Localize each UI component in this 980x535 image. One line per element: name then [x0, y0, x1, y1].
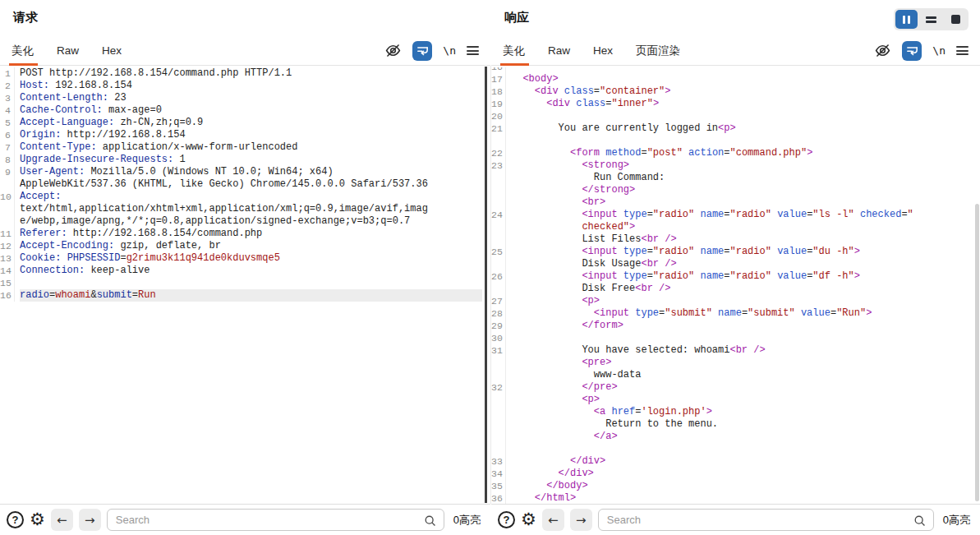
code-row: 22 <form method="post" action="command.p…	[491, 147, 980, 159]
code-line-text: Cookie: PHPSESSID=g2rimu3k11q941de0kduvs…	[20, 252, 482, 265]
soft-wrap-icon[interactable]	[412, 41, 432, 61]
newline-icon[interactable]: \n	[443, 44, 456, 57]
code-line-text: e/webp,image/apng,*/*;q=0.8,application/…	[20, 215, 482, 228]
code-line-text: <input type="radio" name="radio" value="…	[511, 209, 972, 221]
response-search-input[interactable]	[599, 510, 933, 530]
code-row: 16radio=whoami&submit=Run	[0, 289, 490, 302]
response-highlight-count: 0高亮	[943, 513, 970, 528]
code-line-text: <pre>	[511, 357, 972, 369]
line-number	[491, 221, 506, 233]
line-number: 24	[491, 209, 506, 221]
list-view-button[interactable]	[920, 10, 942, 29]
code-line-text: Origin: http://192.168.8.154	[20, 129, 482, 141]
menu-icon[interactable]	[956, 44, 968, 58]
line-number	[491, 258, 506, 270]
line-number: 21	[491, 122, 506, 135]
code-line-text	[511, 135, 972, 147]
tab-Raw[interactable]: Raw	[548, 36, 570, 65]
http-debugger-window: 请求 美化RawHex \n	[0, 0, 980, 535]
help-icon[interactable]: ?	[7, 511, 24, 528]
tab-Hex[interactable]: Hex	[593, 36, 613, 65]
line-number: 14	[0, 265, 15, 277]
response-code-editor[interactable]: 1617 <body>18 <div class="container">19 …	[491, 66, 980, 504]
tab-Raw[interactable]: Raw	[57, 36, 79, 65]
code-line-text	[511, 443, 972, 455]
line-number	[491, 172, 506, 184]
code-row: 24 <input type="radio" name="radio" valu…	[491, 209, 980, 221]
line-number	[491, 184, 506, 196]
tab-Hex[interactable]: Hex	[102, 36, 122, 65]
prev-match-button[interactable]: ←	[542, 509, 564, 531]
tab-美化[interactable]: 美化	[12, 36, 34, 65]
stop-icon	[951, 15, 960, 24]
pause-icon	[903, 16, 910, 24]
line-number: 36	[491, 492, 506, 504]
code-line-text: </body>	[511, 480, 972, 492]
tab-美化[interactable]: 美化	[503, 36, 525, 65]
soft-wrap-icon[interactable]	[902, 41, 922, 61]
code-row: e/webp,image/apng,*/*;q=0.8,application/…	[0, 215, 490, 228]
code-row: List Files<br />	[491, 233, 980, 246]
code-row: 17 <body>	[491, 73, 980, 85]
code-line-text: User-Agent: Mozilla/5.0 (Windows NT 10.0…	[20, 166, 482, 178]
newline-icon[interactable]: \n	[932, 44, 945, 57]
help-icon[interactable]: ?	[498, 511, 515, 528]
tab-页面渲染[interactable]: 页面渲染	[636, 36, 680, 65]
line-number	[0, 215, 15, 228]
code-row	[491, 135, 980, 147]
gear-icon[interactable]: ⚙	[521, 511, 536, 528]
stop-button[interactable]	[945, 10, 967, 29]
request-panel: 请求 美化RawHex \n	[0, 0, 490, 535]
code-row: 11Referer: http://192.168.8.154/command.…	[0, 228, 490, 240]
pause-button[interactable]	[895, 10, 918, 29]
code-row: 1POST http://192.168.8.154/command.php H…	[0, 67, 490, 80]
code-line-text: www-data	[511, 369, 972, 381]
hide-eye-icon[interactable]	[874, 42, 891, 59]
code-line-text: Disk Usage<br />	[511, 258, 972, 270]
request-scrollbar-thumb[interactable]	[485, 67, 487, 503]
next-match-button[interactable]: →	[79, 509, 101, 531]
code-row: 25 <input type="radio" name="radio" valu…	[491, 246, 980, 258]
prev-match-button[interactable]: ←	[51, 509, 73, 531]
request-panel-title: 请求	[13, 8, 38, 25]
code-line-text: </strong>	[511, 184, 972, 196]
menu-icon[interactable]	[467, 44, 479, 58]
next-match-button[interactable]: →	[570, 509, 592, 531]
code-line-text: Disk Free<br />	[511, 283, 972, 295]
gear-icon[interactable]: ⚙	[30, 511, 45, 528]
code-row: <p>	[491, 394, 980, 406]
code-line-text: </a>	[511, 431, 972, 443]
code-row: www-data	[491, 369, 980, 381]
code-row: 18 <div class="container">	[491, 85, 980, 98]
request-search-input[interactable]	[108, 510, 444, 530]
code-row: <pre>	[491, 357, 980, 369]
code-line-text: <p>	[511, 394, 972, 406]
request-tabs: 美化RawHex	[12, 36, 122, 65]
response-scrollbar-thumb[interactable]	[975, 204, 979, 501]
response-panel-header: 响应	[491, 0, 980, 36]
line-number	[491, 443, 506, 455]
list-icon	[926, 15, 936, 25]
response-tabbar: 美化RawHex页面渲染 \n	[491, 36, 980, 66]
line-number: 11	[0, 228, 15, 240]
code-line-text: Accept:	[20, 191, 482, 203]
code-line-text: <div class="container">	[511, 85, 972, 98]
code-line-text: <input type="radio" name="radio" value="…	[511, 246, 972, 258]
code-row: Disk Free<br />	[491, 283, 980, 295]
search-icon	[913, 514, 927, 531]
hide-eye-icon[interactable]	[384, 42, 402, 59]
response-statusbar: ? ⚙ ← → 0高亮	[491, 504, 980, 535]
code-line-text: <br>	[511, 196, 972, 209]
request-code-editor[interactable]: 1POST http://192.168.8.154/command.php H…	[0, 66, 490, 504]
code-row: 30	[491, 332, 980, 344]
code-line-text: Run Command:	[511, 172, 972, 184]
code-row: text/html,application/xhtml+xml,applicat…	[0, 203, 490, 215]
response-tabs: 美化RawHex页面渲染	[503, 36, 680, 65]
line-number: 1	[0, 67, 15, 80]
line-number: 7	[0, 141, 15, 154]
code-row: 2Host: 192.168.8.154	[0, 80, 490, 92]
panel-splitter[interactable]	[490, 66, 491, 504]
response-search-box	[598, 509, 934, 531]
code-row: 13Cookie: PHPSESSID=g2rimu3k11q941de0kdu…	[0, 252, 490, 265]
code-line-text: radio=whoami&submit=Run	[20, 289, 482, 302]
